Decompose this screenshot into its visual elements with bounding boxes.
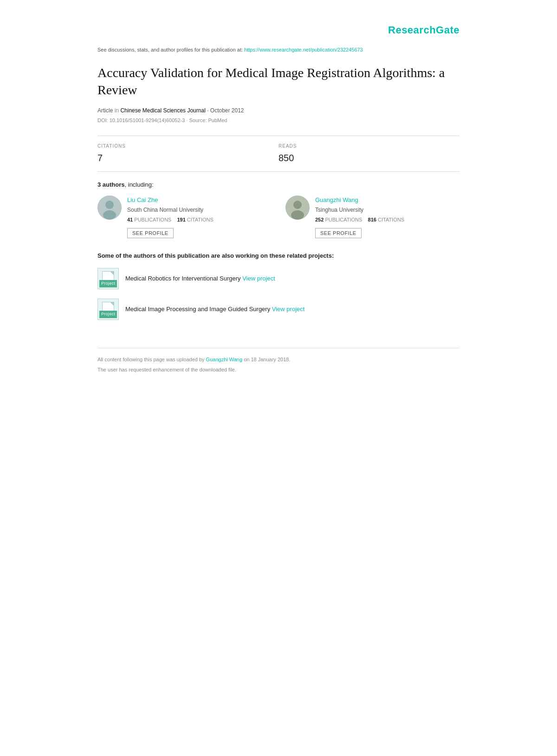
project-icon-1: Project	[97, 299, 119, 320]
author-card-inner-0: Liu Cai Zhe South China Normal Universit…	[97, 196, 272, 238]
project-item-0: Project Medical Robotics for Interventio…	[97, 268, 460, 289]
brand-logo: ResearchGate	[97, 14, 460, 46]
svg-point-2	[103, 210, 116, 220]
svg-point-1	[105, 201, 114, 209]
project-name-0: Medical Robotics for Interventional Surg…	[125, 275, 241, 282]
discussion-url[interactable]: https://www.researchgate.net/publication…	[244, 47, 363, 52]
author-stats-1: 252 PUBLICATIONS 816 CITATIONS	[315, 216, 460, 224]
article-separator: ·	[207, 107, 210, 114]
author-cit-count-0: 191	[177, 217, 185, 222]
author-cit-label-1: CITATIONS	[378, 217, 404, 222]
article-meta: Article in Chinese Medical Sciences Jour…	[97, 106, 460, 115]
author-avatar-0	[97, 196, 122, 220]
doi-line: DOI: 10.1016/S1001-9294(14)60052-3 · Sou…	[97, 117, 460, 124]
article-type: Article	[97, 107, 113, 114]
project-view-link-1[interactable]: View project	[272, 306, 305, 313]
project-view-link-0[interactable]: View project	[242, 275, 275, 282]
see-profile-button-0[interactable]: SEE PROFILE	[127, 228, 174, 238]
author-avatar-1	[285, 196, 310, 220]
author-cit-label-0: CITATIONS	[187, 217, 214, 222]
projects-title: Some of the authors of this publication …	[97, 251, 460, 261]
article-journal: Chinese Medical Sciences Journal	[120, 107, 205, 114]
article-date: October 2012	[210, 107, 244, 114]
projects-section: Some of the authors of this publication …	[97, 251, 460, 320]
author-card-0: Liu Cai Zhe South China Normal Universit…	[97, 196, 272, 238]
author-stats-0: 41 PUBLICATIONS 191 CITATIONS	[127, 216, 272, 224]
divider-bottom	[97, 171, 460, 172]
author-university-1: Tsinghua University	[315, 206, 460, 214]
stats-row: CITATIONS 7 READS 850	[97, 143, 460, 165]
author-pub-count-1: 252	[315, 217, 324, 222]
reads-value: 850	[278, 151, 460, 165]
author-name-1[interactable]: Guangzhi Wang	[315, 196, 460, 205]
author-name-0[interactable]: Liu Cai Zhe	[127, 196, 272, 205]
author-card-inner-1: Guangzhi Wang Tsinghua University 252 PU…	[285, 196, 460, 238]
footer-date: on 18 January 2018.	[244, 357, 290, 362]
authors-grid: Liu Cai Zhe South China Normal Universit…	[97, 196, 460, 238]
footer-note: The user has requested enhancement of th…	[97, 366, 460, 374]
reads-label: READS	[278, 143, 460, 150]
footer-text: All content following this page was uplo…	[97, 357, 205, 362]
authors-count: 3 authors	[97, 181, 125, 188]
project-text-0: Medical Robotics for Interventional Surg…	[125, 274, 275, 283]
project-text-1: Medical Image Processing and Image Guide…	[125, 305, 304, 314]
project-icon-label-0: Project	[99, 280, 117, 287]
project-icon-label-1: Project	[99, 311, 117, 318]
svg-point-5	[291, 210, 304, 220]
author-pub-count-0: 41	[127, 217, 133, 222]
author-pub-label-0: PUBLICATIONS	[134, 217, 171, 222]
article-in-word: in	[115, 107, 119, 114]
authors-including: , including:	[125, 181, 154, 188]
divider-top	[97, 136, 460, 136]
reads-block: READS 850	[278, 143, 460, 165]
author-cit-count-1: 816	[368, 217, 376, 222]
citations-label: CITATIONS	[97, 143, 278, 150]
authors-intro: 3 authors, including:	[97, 180, 460, 189]
author-university-0: South China Normal University	[127, 206, 272, 214]
svg-point-4	[293, 201, 302, 209]
see-profile-button-1[interactable]: SEE PROFILE	[315, 228, 362, 238]
discussion-bar: See discussions, stats, and author profi…	[97, 46, 460, 54]
project-icon-0: Project	[97, 268, 119, 289]
project-name-1: Medical Image Processing and Image Guide…	[125, 306, 270, 313]
citations-block: CITATIONS 7	[97, 143, 278, 165]
author-pub-label-1: PUBLICATIONS	[325, 217, 362, 222]
discussion-text: See discussions, stats, and author profi…	[97, 47, 243, 52]
authors-section: 3 authors, including: Liu Cai Zhe	[97, 180, 460, 239]
footer-bar: All content following this page was uplo…	[97, 348, 460, 364]
citations-value: 7	[97, 151, 278, 165]
author-info-0: Liu Cai Zhe South China Normal Universit…	[127, 196, 272, 238]
footer-uploader[interactable]: Guangzhi Wang	[206, 357, 242, 362]
author-info-1: Guangzhi Wang Tsinghua University 252 PU…	[315, 196, 460, 238]
author-card-1: Guangzhi Wang Tsinghua University 252 PU…	[285, 196, 460, 238]
project-item-1: Project Medical Image Processing and Ima…	[97, 299, 460, 320]
article-title: Accuracy Validation for Medical Image Re…	[97, 64, 460, 99]
